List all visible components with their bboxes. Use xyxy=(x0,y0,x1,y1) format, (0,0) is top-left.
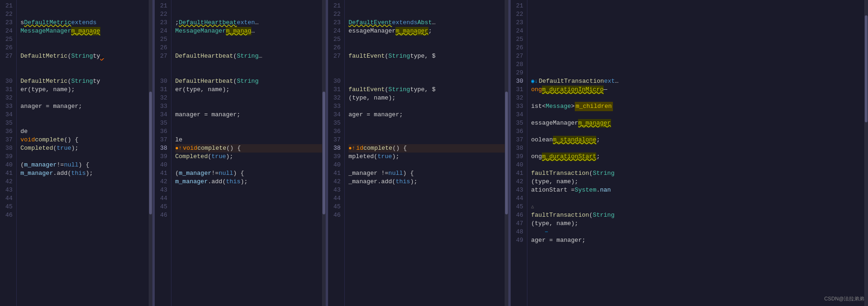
code-line: _manager.add(this); xyxy=(349,178,505,186)
code-line xyxy=(349,194,505,203)
code-content-4: ◉↓ DefaultTransaction ext… ong m_duratio… xyxy=(527,0,868,306)
code-line xyxy=(175,35,322,44)
code-line xyxy=(531,69,864,77)
code-line xyxy=(531,19,864,27)
panel-3: 21 22 23 24 25 26 27 30 31 32 33 34 35 3… xyxy=(328,0,509,306)
code-line: essageManager m_manager; xyxy=(349,27,505,35)
code-line xyxy=(349,77,505,86)
code-line: void complete() { xyxy=(20,136,149,144)
code-line xyxy=(175,186,322,194)
panel-4: 21 22 23 24 25 26 27 28 29 30 31 32 33 3… xyxy=(511,0,868,306)
code-line xyxy=(531,35,864,44)
scrollbar-1[interactable] xyxy=(149,0,152,306)
code-line: s DefaultMetric extends xyxy=(20,19,149,27)
code-line: de xyxy=(20,127,149,136)
code-line xyxy=(531,144,864,153)
code-line xyxy=(175,69,322,77)
code-line xyxy=(349,2,505,10)
code-line: oolean m_standalone; xyxy=(531,136,864,144)
code-line xyxy=(175,60,322,69)
code-line xyxy=(175,94,322,102)
code-line: ist<Message> m_children xyxy=(531,102,864,111)
code-line xyxy=(349,44,505,52)
code-line xyxy=(349,136,505,144)
editor-container: 21 22 23 24 25 26 27 30 31 32 33 34 35 3… xyxy=(0,0,868,306)
code-line xyxy=(531,127,864,136)
code-line xyxy=(175,102,322,111)
code-line: DefaultHeartbeat(String xyxy=(175,77,322,86)
code-line: mpleted(true); xyxy=(349,153,505,161)
code-line xyxy=(20,178,149,186)
panel-1: 21 22 23 24 25 26 27 30 31 32 33 34 35 3… xyxy=(0,0,153,306)
code-line: faultTransaction(String xyxy=(531,211,864,220)
code-line: (type, name); xyxy=(349,94,505,102)
code-line xyxy=(20,111,149,119)
code-line: DefaultMetric(String ty xyxy=(20,77,149,86)
code-line xyxy=(531,161,864,169)
code-line: essageManager m_manager xyxy=(531,119,864,127)
code-line xyxy=(349,203,505,211)
code-line xyxy=(20,60,149,69)
code-line xyxy=(20,203,149,211)
code-line xyxy=(20,10,149,19)
code-line: manager = manager; xyxy=(175,111,322,119)
code-line: ●↑ id complete() { xyxy=(349,144,505,153)
code-line xyxy=(531,10,864,19)
code-line xyxy=(20,194,149,203)
code-line xyxy=(175,127,322,136)
code-line: anager = manager; xyxy=(20,102,149,111)
code-line: faultEvent(String type, $ xyxy=(349,52,505,60)
line-numbers-3: 21 22 23 24 25 26 27 30 31 32 33 34 35 3… xyxy=(328,0,345,306)
code-line: — xyxy=(531,228,864,236)
code-line xyxy=(175,203,322,211)
scrollbar-4[interactable] xyxy=(864,0,868,306)
code-line xyxy=(531,2,864,10)
code-line xyxy=(175,211,322,220)
line-numbers-2: 21 22 23 24 25 26 27 30 31 32 33 34 35 3… xyxy=(155,0,171,306)
code-line xyxy=(175,119,322,127)
scrollbar-3[interactable] xyxy=(505,0,508,306)
code-line: ◉↓ DefaultTransaction ext… xyxy=(531,77,864,86)
code-line xyxy=(20,2,149,10)
code-line xyxy=(20,119,149,127)
code-line: DefaultHeartbeat(String… xyxy=(175,52,322,60)
code-line: (type, name); xyxy=(531,178,864,186)
code-line xyxy=(20,35,149,44)
code-line: ager = manager; xyxy=(531,236,864,245)
code-line: m_manager.add(this); xyxy=(175,178,322,186)
code-line: ●↑ void complete() { xyxy=(175,144,322,153)
code-line: MessageManager m_manag… xyxy=(175,27,322,35)
code-line xyxy=(531,194,864,203)
scrollbar-2[interactable] xyxy=(322,0,326,306)
watermark: CSDN@法拉弟弟 xyxy=(824,295,864,302)
code-line: faultTransaction(String xyxy=(531,169,864,178)
code-line xyxy=(175,194,322,203)
code-line xyxy=(20,94,149,102)
code-line: ; DefaultHeartbeat exten… xyxy=(175,19,322,27)
code-line xyxy=(531,27,864,35)
code-line xyxy=(531,111,864,119)
code-line xyxy=(349,69,505,77)
code-content-3: DefaultEvent extends Abst… essageManager… xyxy=(345,0,508,306)
code-line: Completed(true); xyxy=(20,144,149,153)
code-content-2: ; DefaultHeartbeat exten… MessageManager… xyxy=(171,0,326,306)
code-line xyxy=(20,153,149,161)
code-line: _manager != null) { xyxy=(349,169,505,178)
code-line: (type, name); xyxy=(531,220,864,228)
code-line: ong m_durationStart; xyxy=(531,153,864,161)
code-line: ong m_durationInMicro — xyxy=(531,86,864,94)
code-line: m_manager.add(this); xyxy=(20,169,149,178)
code-line xyxy=(531,52,864,60)
code-line: DefaultEvent extends Abst… xyxy=(349,19,505,27)
code-line xyxy=(20,69,149,77)
code-line: △ xyxy=(531,203,864,211)
code-line xyxy=(349,10,505,19)
code-line xyxy=(349,35,505,44)
code-line: faultEvent(String type, $ xyxy=(349,86,505,94)
line-numbers-4: 21 22 23 24 25 26 27 28 29 30 31 32 33 3… xyxy=(511,0,527,306)
code-line: ager = manager; xyxy=(349,111,505,119)
code-line xyxy=(349,186,505,194)
code-line xyxy=(531,94,864,102)
code-line: (m_manager != null) { xyxy=(175,169,322,178)
code-line: (m_manager != null) { xyxy=(20,161,149,169)
